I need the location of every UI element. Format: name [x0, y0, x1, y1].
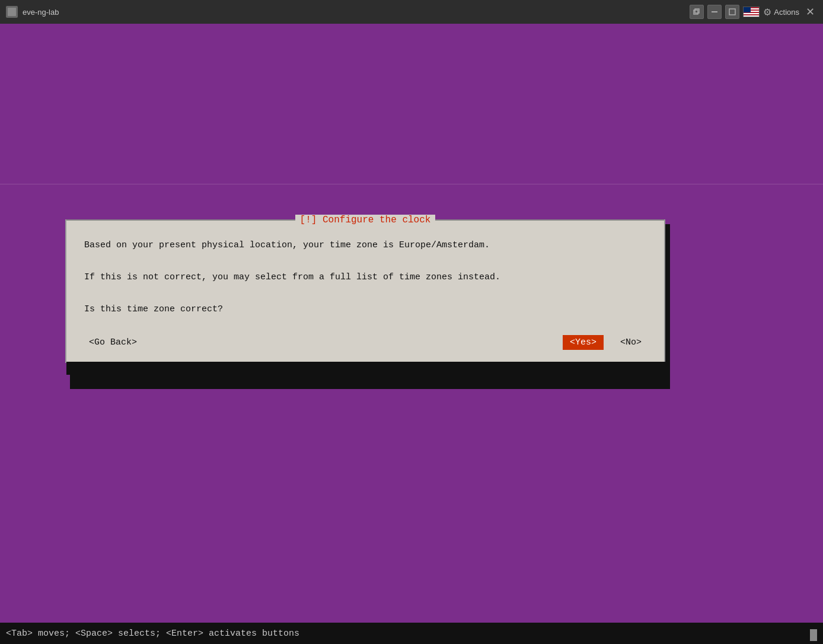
dialog-bottom-bar — [66, 362, 666, 375]
separator-line — [0, 184, 823, 184]
dialog-wrapper: [!] Configure the clock Based on your pr… — [65, 219, 676, 363]
actions-label: Actions — [774, 8, 799, 17]
dialog-content: Based on your present physical location,… — [66, 225, 664, 323]
statusbar: <Tab> moves; <Space> selects; <Enter> ac… — [0, 623, 823, 644]
yes-button[interactable]: <Yes> — [563, 335, 604, 350]
titlebar: eve-ng-lab ⚙ Actions ✕ — [0, 0, 823, 24]
close-icon: ✕ — [806, 5, 815, 18]
dialog-buttons: <Go Back> <Yes> <No> — [66, 323, 664, 362]
svg-rect-0 — [694, 10, 698, 14]
titlebar-left: eve-ng-lab — [6, 6, 59, 18]
dialog-message: Based on your present physical location,… — [84, 237, 646, 317]
dialog-box: [!] Configure the clock Based on your pr… — [65, 219, 665, 363]
statusbar-text: <Tab> moves; <Space> selects; <Enter> ac… — [6, 629, 299, 639]
dialog-titlebar: [!] Configure the clock — [66, 215, 664, 225]
dialog-title: [!] Configure the clock — [295, 215, 436, 225]
app-icon — [6, 6, 18, 18]
svg-rect-2 — [712, 11, 717, 12]
gear-icon: ⚙ — [763, 7, 771, 18]
message-line1: Based on your present physical location,… — [84, 237, 646, 253]
svg-rect-1 — [695, 9, 699, 13]
language-flag-icon[interactable] — [743, 7, 760, 17]
actions-menu[interactable]: ⚙ Actions — [763, 7, 799, 18]
close-button[interactable]: ✕ — [803, 5, 817, 19]
title-line-right — [435, 219, 664, 221]
app-title: eve-ng-lab — [23, 8, 59, 17]
restore-down-button[interactable] — [690, 5, 704, 19]
maximize-button[interactable] — [725, 5, 739, 19]
svg-rect-3 — [729, 9, 735, 15]
no-button[interactable]: <No> — [615, 335, 646, 350]
message-line2: If this is not correct, you may select f… — [84, 269, 646, 285]
main-area: [!] Configure the clock Based on your pr… — [0, 24, 823, 623]
message-line3: Is this time zone correct? — [84, 301, 646, 317]
cursor-indicator — [810, 629, 817, 641]
minimize-button[interactable] — [707, 5, 722, 19]
go-back-button[interactable]: <Go Back> — [84, 335, 142, 350]
titlebar-right: ⚙ Actions ✕ — [690, 0, 817, 24]
title-line-left — [66, 219, 295, 221]
